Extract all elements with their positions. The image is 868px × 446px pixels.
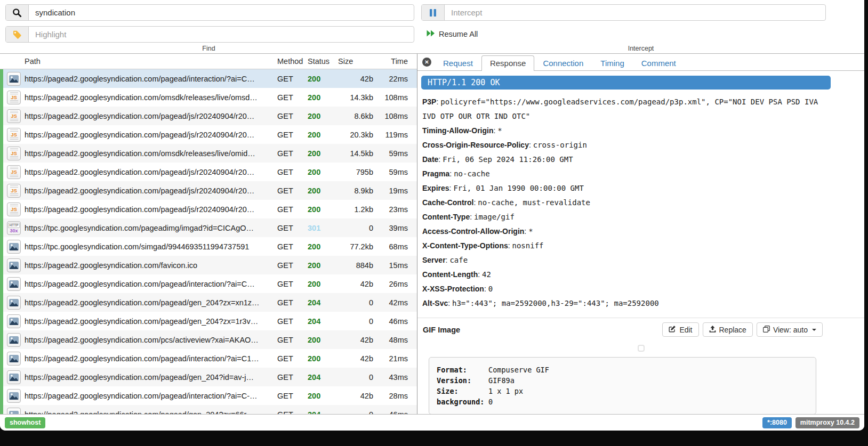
header-line: Alt-Svc: h3=":443"; ma=2592000,h3-29=":4… [422, 296, 828, 311]
resume-all-button[interactable]: Resume All [426, 29, 478, 39]
header-colon: : [524, 227, 528, 236]
flow-time: 23ms [376, 205, 417, 214]
flow-status: 200 [308, 168, 338, 176]
column-header-size[interactable]: Size [338, 57, 376, 66]
flow-row[interactable]: https://pagead2.googlesyndication.com/pa… [0, 349, 417, 368]
content-view-buttons: Edit Replace View: auto [662, 322, 823, 337]
flow-time: 26ms [376, 280, 417, 288]
flow-row[interactable]: https://tpc.googlesyndication.com/simgad… [0, 237, 417, 256]
header-line: Access-Control-Allow-Origin: * [422, 224, 828, 239]
intercept-input[interactable] [445, 5, 825, 20]
js-file-icon: JS [7, 147, 21, 160]
flow-status: 200 [308, 112, 338, 120]
flow-time: 28ms [376, 392, 417, 400]
flow-size: 42b [338, 354, 376, 363]
image-icon [7, 258, 21, 272]
flow-size: 42b [338, 392, 376, 400]
view-mode-button[interactable]: View: auto [757, 322, 823, 337]
chevron-down-icon [812, 329, 816, 331]
flow-row[interactable]: HTTP30xhttps://tpc.googlesyndication.com… [0, 218, 417, 237]
flow-path: https://pagead2.googlesyndication.com/pa… [25, 205, 277, 214]
column-header-path[interactable]: Path [0, 57, 277, 66]
flow-status: 200 [308, 75, 338, 83]
flow-time: 15ms [376, 261, 417, 270]
tab-request[interactable]: Request [435, 55, 481, 71]
header-value: cafe [449, 256, 468, 264]
flow-status: 204 [308, 298, 338, 307]
flow-time: 48ms [376, 336, 417, 344]
flow-row[interactable]: https://pagead2.googlesyndication.com/pa… [0, 386, 417, 405]
flow-row[interactable]: https://pagead2.googlesyndication.com/pa… [0, 368, 417, 386]
search-icon [6, 5, 29, 20]
flow-row[interactable]: https://pagead2.googlesyndication.com/pc… [0, 330, 417, 349]
flow-time: 46ms [376, 410, 417, 415]
tab-connection[interactable]: Connection [534, 55, 592, 71]
flow-row[interactable]: JShttps://pagead2.googlesyndication.com/… [0, 181, 417, 200]
header-value: nosniff [512, 241, 544, 250]
edit-button[interactable]: Edit [662, 322, 698, 337]
flow-row[interactable]: https://pagead2.googlesyndication.com/pa… [0, 312, 417, 330]
flow-time: 68ms [376, 242, 417, 251]
flow-row[interactable]: https://pagead2.googlesyndication.com/pa… [0, 69, 417, 88]
flow-size: 0 [338, 317, 376, 326]
tab-comment[interactable]: Comment [633, 55, 685, 71]
search-input-group [5, 4, 414, 21]
flow-time: 42ms [376, 298, 417, 307]
highlight-input[interactable] [29, 27, 414, 42]
flow-method: GET [277, 93, 308, 102]
flow-time: 39ms [376, 224, 417, 232]
flow-row[interactable]: https://pagead2.googlesyndication.com/fa… [0, 256, 417, 274]
pause-icon[interactable] [422, 5, 445, 20]
flow-detail-panel: ✕ RequestResponseConnectionTimingComment… [417, 54, 864, 414]
image-info-value: GIF89a [488, 376, 515, 385]
flow-size: 0 [338, 410, 376, 415]
close-icon[interactable]: ✕ [422, 58, 431, 67]
image-info-row: Size:1 x 1 px [437, 386, 808, 396]
flow-row[interactable]: JShttps://pagead2.googlesyndication.com/… [0, 200, 417, 218]
version-badge: mitmproxy 10.4.2 [795, 417, 859, 428]
flow-icon-cell [3, 277, 25, 291]
image-info-row: background:0 [437, 396, 808, 407]
flow-row[interactable]: JShttps://pagead2.googlesyndication.com/… [0, 88, 417, 107]
header-name: Access-Control-Allow-Origin [422, 227, 524, 236]
column-header-method[interactable]: Method [277, 57, 308, 66]
header-line: Timing-Allow-Origin: * [422, 124, 828, 138]
flow-status: 200 [308, 131, 338, 139]
header-value: policyref="https://www.googleadservices.… [422, 98, 818, 120]
replace-button[interactable]: Replace [703, 322, 753, 337]
header-line: P3P: policyref="https://www.googleadserv… [422, 95, 828, 124]
flow-row[interactable]: JShttps://pagead2.googlesyndication.com/… [0, 107, 417, 125]
column-header-time[interactable]: Time [376, 57, 417, 66]
image-info-key: Version: [437, 375, 488, 386]
flow-table-header: PathMethodStatusSizeTime [0, 54, 417, 69]
flow-row[interactable]: https://pagead2.googlesyndication.com/pa… [0, 274, 417, 293]
flow-size: 0 [338, 373, 376, 382]
header-colon: : [478, 270, 482, 279]
column-header-status[interactable]: Status [308, 57, 338, 66]
flow-row[interactable]: JShttps://pagead2.googlesyndication.com/… [0, 163, 417, 181]
flow-row[interactable]: https://pagead2.googlesyndication.com/pa… [0, 293, 417, 312]
flow-time: 19ms [376, 186, 417, 195]
tab-timing[interactable]: Timing [592, 55, 632, 71]
flow-icon-cell [3, 333, 25, 347]
response-headers: P3P: policyref="https://www.googleadserv… [422, 95, 828, 311]
flow-icon-cell [3, 389, 25, 403]
edit-icon [669, 325, 676, 334]
edit-label: Edit [679, 326, 692, 334]
flow-row[interactable]: JShttps://pagead2.googlesyndication.com/… [0, 144, 417, 163]
flow-status: 200 [308, 336, 338, 344]
tag-icon [6, 27, 29, 42]
flow-status: 200 [308, 149, 338, 158]
flow-path: https://pagead2.googlesyndication.com/pa… [25, 186, 277, 195]
flow-row[interactable]: JShttps://pagead2.googlesyndication.com/… [0, 125, 417, 144]
flow-status: 200 [308, 186, 338, 195]
flow-size: 20.3kb [338, 131, 376, 139]
flow-row[interactable]: https://pagead2.googlesyndication.com/pa… [0, 405, 417, 414]
search-input[interactable] [29, 5, 414, 20]
flow-status: 204 [308, 373, 338, 382]
tab-response[interactable]: Response [481, 55, 535, 71]
flow-method: GET [277, 131, 308, 139]
flow-path: https://pagead2.googlesyndication.com/pa… [25, 168, 277, 176]
header-name: P3P [422, 98, 436, 106]
flow-time: 46ms [376, 317, 417, 326]
